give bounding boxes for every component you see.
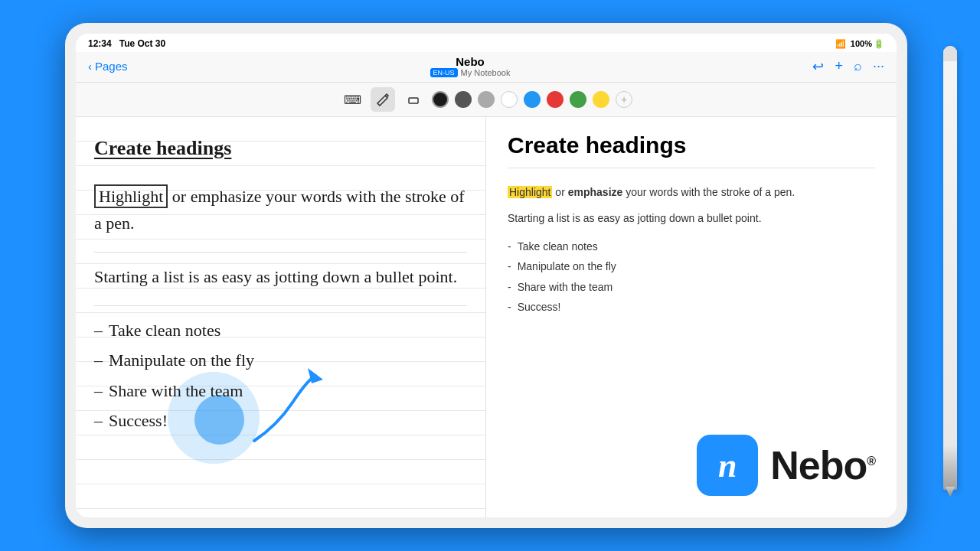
nav-center: Nebo EN-US My Notebook [430,55,511,77]
scene: 12:34 Tue Oct 30 📶 100% 🔋 ‹ Pages [0,0,980,551]
handwriting-panel: Create headings Highlight or emphasize y… [76,117,486,517]
search-button[interactable]: ⌕ [854,58,862,74]
hw-bullet-4-text: Success! [109,407,168,434]
rendered-paragraph-2: Starting a list is as easy as jotting do… [508,210,875,227]
eraser-tool[interactable] [401,87,426,112]
keyboard-tool[interactable]: ⌨ [340,87,364,112]
nav-actions: ↩ + ⌕ ··· [812,58,884,75]
list-item-2-text: Manipulate on the fly [518,258,616,275]
hw-bullet-2-text: Manipulate on the fly [109,347,254,373]
hw-bullet-1: – Take clean notes [94,317,467,344]
pen-tool[interactable] [371,87,395,112]
drawing-toolbar: ⌨ + [76,83,897,117]
highlight-text: Highlight [508,186,552,198]
list-item-3: - Share with the team [508,277,875,297]
hw-highlight-word: Highlight [94,184,168,208]
registered-mark: ® [867,455,875,468]
undo-button[interactable]: ↩ [812,58,824,75]
ipad-device: 12:34 Tue Oct 30 📶 100% 🔋 ‹ Pages [65,23,907,528]
rendered-heading: Create headings [508,132,875,168]
back-button[interactable]: ‹ Pages [88,60,128,73]
color-white[interactable] [501,91,518,108]
color-red[interactable] [547,91,564,108]
hw-bullet-2: – Manipulate on the fly [94,347,467,373]
status-indicators: 📶 100% 🔋 [835,39,884,49]
add-color-button[interactable]: + [616,91,632,108]
rendered-body: Highlight or emphasize your words with t… [508,184,875,317]
date: Tue Oct 30 [119,38,165,49]
back-label[interactable]: Pages [95,60,128,73]
status-bar: 12:34 Tue Oct 30 📶 100% 🔋 [76,34,897,52]
nav-subtitle: EN-US My Notebook [430,68,511,77]
section-divider-1 [94,252,467,253]
svg-rect-0 [409,98,418,103]
list-dash: - [508,238,511,255]
color-light-gray[interactable] [478,91,495,108]
content-area: Create headings Highlight or emphasize y… [76,117,897,517]
list-item-3-text: Share with the team [518,279,613,295]
more-button[interactable]: ··· [873,58,884,74]
battery-indicator: 100% 🔋 [851,39,884,49]
nebo-wordmark: Nebo® [770,442,875,488]
status-time-date: 12:34 Tue Oct 30 [88,38,165,49]
list-item-4: - Success! [508,297,875,317]
rendered-panel: Create headings Highlight or emphasize y… [486,117,897,517]
bullet-dash: – [94,407,103,434]
bold-text: emphasize [568,186,623,198]
hw-bullet-3-text: Share with the team [109,377,243,404]
color-black[interactable] [432,91,449,108]
hw-paragraph-2: Starting a list is as easy as jotting do… [94,263,467,290]
bullet-dash: – [94,347,103,373]
time: 12:34 [88,38,112,49]
hw-bullet-1-text: Take clean notes [109,317,220,344]
ipad-screen: 12:34 Tue Oct 30 📶 100% 🔋 ‹ Pages [76,34,897,517]
nebo-branding: n Nebo® [697,435,875,496]
list-item-1-text: Take clean notes [518,238,598,255]
bullet-dash: – [94,317,103,344]
color-green[interactable] [570,91,586,108]
language-badge: EN-US [430,68,458,77]
hw-bullet-3: – Share with the team [94,377,467,404]
list-dash: - [508,258,511,275]
hw-bullets: – Take clean notes – Manipulate on the f… [94,317,467,434]
nebo-logo-letter: n [718,446,737,485]
wifi-icon: 📶 [835,39,846,49]
list-item-2: - Manipulate on the fly [508,256,875,276]
list-dash: - [508,279,511,295]
notebook-name: My Notebook [461,68,511,77]
color-yellow[interactable] [593,91,609,108]
color-dark-gray[interactable] [455,91,472,108]
section-divider-2 [94,305,467,306]
app-title: Nebo [430,55,511,68]
hw-paragraph-1: Highlight or emphasize your words with t… [94,183,467,236]
navigation-bar: ‹ Pages Nebo EN-US My Notebook ↩ + ⌕ ··· [76,52,897,83]
bullet-dash: – [94,377,103,404]
hw-bullet-4: – Success! [94,407,467,434]
color-blue[interactable] [524,91,541,108]
add-button[interactable]: + [835,58,843,74]
rendered-list: - Take clean notes - Manipulate on the f… [508,236,875,318]
handwriting-content: Create headings Highlight or emphasize y… [94,132,467,434]
chevron-left-icon: ‹ [88,60,92,73]
list-item-1: - Take clean notes [508,236,875,256]
list-dash: - [508,298,511,315]
nebo-logo-icon: n [697,435,758,496]
list-item-4-text: Success! [518,298,561,315]
apple-pencil [943,46,957,490]
hw-heading: Create headings [94,132,467,165]
rendered-paragraph-1: Highlight or emphasize your words with t… [508,184,875,201]
